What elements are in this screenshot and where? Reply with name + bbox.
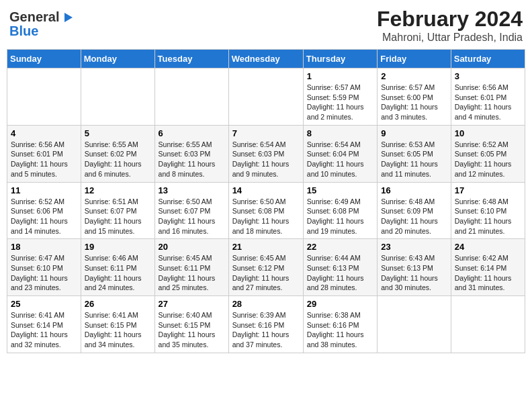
day-info: Sunrise: 6:46 AM Sunset: 6:11 PM Dayligh… [85, 253, 151, 293]
day-info: Sunrise: 6:53 AM Sunset: 6:05 PM Dayligh… [381, 140, 447, 179]
location-title: Mahroni, Uttar Pradesh, India [377, 32, 523, 44]
calendar-cell: 22Sunrise: 6:44 AM Sunset: 6:13 PM Dayli… [303, 239, 377, 296]
day-info: Sunrise: 6:57 AM Sunset: 6:00 PM Dayligh… [381, 83, 447, 122]
calendar-cell: 21Sunrise: 6:45 AM Sunset: 6:12 PM Dayli… [228, 239, 303, 296]
logo-blue-text: Blue [9, 24, 38, 39]
day-info: Sunrise: 6:45 AM Sunset: 6:12 PM Dayligh… [232, 253, 300, 293]
calendar-cell: 7Sunrise: 6:54 AM Sunset: 6:03 PM Daylig… [228, 125, 303, 182]
calendar-cell: 28Sunrise: 6:39 AM Sunset: 6:16 PM Dayli… [228, 296, 303, 353]
calendar-cell [451, 296, 525, 353]
day-number: 19 [85, 242, 151, 252]
day-info: Sunrise: 6:50 AM Sunset: 6:08 PM Dayligh… [232, 197, 300, 236]
day-number: 1 [307, 71, 373, 81]
calendar-header-row: SundayMondayTuesdayWednesdayThursdayFrid… [7, 50, 525, 68]
day-number: 22 [307, 242, 373, 252]
calendar-week-row: 18Sunrise: 6:47 AM Sunset: 6:10 PM Dayli… [7, 239, 525, 296]
calendar-week-row: 4Sunrise: 6:56 AM Sunset: 6:01 PM Daylig… [7, 125, 525, 182]
calendar-cell [81, 68, 154, 126]
day-number: 20 [159, 242, 225, 252]
col-header-saturday: Saturday [451, 50, 525, 68]
col-header-sunday: Sunday [7, 50, 81, 68]
day-number: 11 [11, 185, 77, 195]
calendar-cell: 11Sunrise: 6:52 AM Sunset: 6:06 PM Dayli… [7, 182, 81, 239]
day-info: Sunrise: 6:41 AM Sunset: 6:14 PM Dayligh… [11, 310, 77, 350]
header: General Blue February 2024 Mahroni, Utta… [7, 7, 525, 44]
day-number: 21 [232, 242, 300, 252]
calendar-cell: 15Sunrise: 6:49 AM Sunset: 6:08 PM Dayli… [303, 182, 377, 239]
col-header-monday: Monday [81, 50, 154, 68]
day-number: 7 [232, 128, 300, 138]
calendar-cell: 10Sunrise: 6:52 AM Sunset: 6:05 PM Dayli… [451, 125, 525, 182]
calendar-cell: 26Sunrise: 6:41 AM Sunset: 6:15 PM Dayli… [81, 296, 154, 353]
day-number: 12 [85, 185, 151, 195]
calendar-cell: 3Sunrise: 6:56 AM Sunset: 6:01 PM Daylig… [451, 68, 525, 126]
calendar-cell: 8Sunrise: 6:54 AM Sunset: 6:04 PM Daylig… [303, 125, 377, 182]
day-info: Sunrise: 6:39 AM Sunset: 6:16 PM Dayligh… [232, 310, 300, 350]
day-info: Sunrise: 6:38 AM Sunset: 6:16 PM Dayligh… [307, 310, 373, 350]
calendar-cell [154, 68, 228, 126]
calendar-cell [7, 68, 81, 126]
svg-marker-0 [64, 13, 73, 22]
day-number: 5 [85, 128, 151, 138]
day-info: Sunrise: 6:55 AM Sunset: 6:03 PM Dayligh… [159, 140, 225, 179]
day-info: Sunrise: 6:43 AM Sunset: 6:13 PM Dayligh… [381, 253, 447, 293]
calendar-cell: 20Sunrise: 6:45 AM Sunset: 6:11 PM Dayli… [154, 239, 228, 296]
calendar-cell: 5Sunrise: 6:55 AM Sunset: 6:02 PM Daylig… [81, 125, 154, 182]
day-info: Sunrise: 6:41 AM Sunset: 6:15 PM Dayligh… [85, 310, 151, 350]
day-number: 13 [159, 185, 225, 195]
day-info: Sunrise: 6:44 AM Sunset: 6:13 PM Dayligh… [307, 253, 373, 293]
day-info: Sunrise: 6:56 AM Sunset: 6:01 PM Dayligh… [455, 83, 521, 122]
calendar-cell: 24Sunrise: 6:42 AM Sunset: 6:14 PM Dayli… [451, 239, 525, 296]
calendar-cell: 18Sunrise: 6:47 AM Sunset: 6:10 PM Dayli… [7, 239, 81, 296]
calendar-table: SundayMondayTuesdayWednesdayThursdayFrid… [7, 49, 525, 353]
day-info: Sunrise: 6:47 AM Sunset: 6:10 PM Dayligh… [11, 253, 77, 293]
day-info: Sunrise: 6:48 AM Sunset: 6:09 PM Dayligh… [381, 197, 447, 236]
calendar-cell: 17Sunrise: 6:48 AM Sunset: 6:10 PM Dayli… [451, 182, 525, 239]
calendar-cell: 13Sunrise: 6:50 AM Sunset: 6:07 PM Dayli… [154, 182, 228, 239]
day-number: 28 [232, 299, 300, 309]
calendar-cell: 29Sunrise: 6:38 AM Sunset: 6:16 PM Dayli… [303, 296, 377, 353]
calendar-cell: 19Sunrise: 6:46 AM Sunset: 6:11 PM Dayli… [81, 239, 154, 296]
title-area: February 2024 Mahroni, Uttar Pradesh, In… [377, 7, 523, 44]
calendar-cell: 14Sunrise: 6:50 AM Sunset: 6:08 PM Dayli… [228, 182, 303, 239]
calendar-cell: 23Sunrise: 6:43 AM Sunset: 6:13 PM Dayli… [378, 239, 451, 296]
day-info: Sunrise: 6:54 AM Sunset: 6:04 PM Dayligh… [307, 140, 373, 179]
logo-icon [60, 10, 75, 25]
day-info: Sunrise: 6:40 AM Sunset: 6:15 PM Dayligh… [159, 310, 225, 350]
col-header-friday: Friday [378, 50, 451, 68]
day-number: 17 [455, 185, 521, 195]
logo: General Blue [9, 9, 75, 39]
calendar-cell: 12Sunrise: 6:51 AM Sunset: 6:07 PM Dayli… [81, 182, 154, 239]
day-info: Sunrise: 6:52 AM Sunset: 6:06 PM Dayligh… [11, 197, 77, 236]
day-info: Sunrise: 6:51 AM Sunset: 6:07 PM Dayligh… [85, 197, 151, 236]
day-info: Sunrise: 6:42 AM Sunset: 6:14 PM Dayligh… [455, 253, 521, 293]
col-header-thursday: Thursday [303, 50, 377, 68]
day-number: 8 [307, 128, 373, 138]
day-info: Sunrise: 6:45 AM Sunset: 6:11 PM Dayligh… [159, 253, 225, 293]
day-info: Sunrise: 6:50 AM Sunset: 6:07 PM Dayligh… [159, 197, 225, 236]
calendar-cell: 4Sunrise: 6:56 AM Sunset: 6:01 PM Daylig… [7, 125, 81, 182]
calendar-cell: 1Sunrise: 6:57 AM Sunset: 5:59 PM Daylig… [303, 68, 377, 126]
calendar-week-row: 1Sunrise: 6:57 AM Sunset: 5:59 PM Daylig… [7, 68, 525, 126]
day-info: Sunrise: 6:56 AM Sunset: 6:01 PM Dayligh… [11, 140, 77, 179]
day-number: 18 [11, 242, 77, 252]
calendar-cell: 9Sunrise: 6:53 AM Sunset: 6:05 PM Daylig… [378, 125, 451, 182]
day-number: 15 [307, 185, 373, 195]
calendar-cell [378, 296, 451, 353]
day-number: 26 [85, 299, 151, 309]
day-number: 27 [159, 299, 225, 309]
calendar-week-row: 11Sunrise: 6:52 AM Sunset: 6:06 PM Dayli… [7, 182, 525, 239]
day-number: 29 [307, 299, 373, 309]
day-info: Sunrise: 6:49 AM Sunset: 6:08 PM Dayligh… [307, 197, 373, 236]
calendar-cell [228, 68, 303, 126]
day-info: Sunrise: 6:54 AM Sunset: 6:03 PM Dayligh… [232, 140, 300, 179]
day-number: 23 [381, 242, 447, 252]
day-number: 14 [232, 185, 300, 195]
col-header-wednesday: Wednesday [228, 50, 303, 68]
day-number: 6 [159, 128, 225, 138]
calendar-cell: 25Sunrise: 6:41 AM Sunset: 6:14 PM Dayli… [7, 296, 81, 353]
day-info: Sunrise: 6:55 AM Sunset: 6:02 PM Dayligh… [85, 140, 151, 179]
day-number: 3 [455, 71, 521, 81]
calendar-cell: 16Sunrise: 6:48 AM Sunset: 6:09 PM Dayli… [378, 182, 451, 239]
day-number: 9 [381, 128, 447, 138]
